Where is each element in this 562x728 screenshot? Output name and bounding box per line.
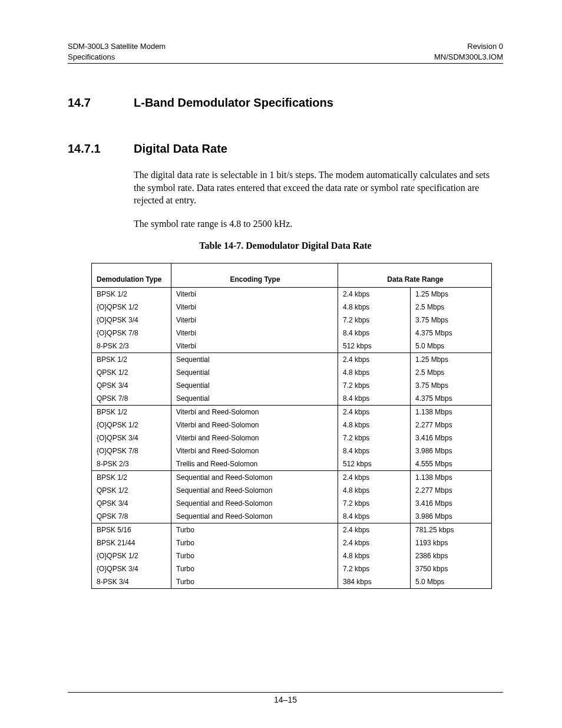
table-cell: Turbo	[171, 575, 338, 589]
table-cell: {O}QPSK 1/2	[92, 301, 171, 314]
table-cell: Turbo	[171, 523, 338, 537]
table-cell: 1.25 Mbps	[411, 353, 492, 367]
table-row: 8-PSK 2/3Trellis and Reed-Solomon512 kbp…	[92, 457, 492, 471]
table-cell: Sequential and Reed-Solomon	[171, 484, 338, 497]
table-cell: 8.4 kbps	[338, 392, 411, 406]
table-cell: Viterbi and Reed-Solomon	[171, 406, 338, 419]
table-row: {O}QPSK 3/4Viterbi and Reed-Solomon7.2 k…	[92, 431, 492, 444]
table-cell: 5.0 Mbps	[411, 340, 492, 353]
table-cell: 8-PSK 2/3	[92, 340, 171, 353]
header-product: SDM-300L3 Satellite Modem	[68, 41, 166, 52]
table-cell: 2.5 Mbps	[411, 366, 492, 379]
table-cell: Turbo	[171, 536, 338, 549]
table-row: {O}QPSK 7/8Viterbi8.4 kbps4.375 Mbps	[92, 327, 492, 340]
data-rate-table: Demodulation Type Encoding Type Data Rat…	[91, 263, 492, 589]
table-row: BPSK 1/2Viterbi and Reed-Solomon2.4 kbps…	[92, 406, 492, 419]
table-cell: {O}QPSK 3/4	[92, 314, 171, 327]
table-cell: 4.8 kbps	[338, 419, 411, 431]
table-cell: Sequential	[171, 392, 338, 406]
table-cell: {O}QPSK 1/2	[92, 549, 171, 562]
section-heading: 14.7L-Band Demodulator Specifications	[68, 96, 503, 110]
table-cell: 7.2 kbps	[338, 431, 411, 444]
table-cell: Sequential	[171, 353, 338, 367]
header-manual: MN/SDM300L3.IOM	[434, 52, 503, 62]
table-cell: QPSK 3/4	[92, 497, 171, 510]
col-encoding-type: Encoding Type	[171, 263, 338, 288]
table-cell: Sequential	[171, 366, 338, 379]
table-cell: QPSK 7/8	[92, 510, 171, 523]
table-cell: 3.416 Mbps	[411, 431, 492, 444]
table-cell: 3.75 Mbps	[411, 314, 492, 327]
table-row: {O}QPSK 7/8Viterbi and Reed-Solomon8.4 k…	[92, 444, 492, 457]
table-cell: 8-PSK 2/3	[92, 457, 171, 471]
table-row: QPSK 3/4Sequential and Reed-Solomon7.2 k…	[92, 497, 492, 510]
table-cell: 3.416 Mbps	[411, 497, 492, 510]
table-cell: 3.986 Mbps	[411, 444, 492, 457]
table-cell: 1193 kbps	[411, 536, 492, 549]
table-cell: 3.75 Mbps	[411, 379, 492, 392]
table-cell: BPSK 21/44	[92, 536, 171, 549]
table-cell: QPSK 7/8	[92, 392, 171, 406]
table-row: {O}QPSK 3/4Viterbi7.2 kbps3.75 Mbps	[92, 314, 492, 327]
page-header: SDM-300L3 Satellite Modem Specifications…	[68, 41, 503, 64]
table-row: {O}QPSK 1/2Turbo4.8 kbps2386 kbps	[92, 549, 492, 562]
table-cell: Sequential and Reed-Solomon	[171, 471, 338, 485]
body-paragraph: The digital data rate is selectable in 1…	[134, 169, 503, 207]
table-row: BPSK 5/16Turbo2.4 kbps781.25 kbps	[92, 523, 492, 537]
table-cell: Trellis and Reed-Solomon	[171, 457, 338, 471]
section-title: L-Band Demodulator Specifications	[134, 96, 333, 109]
table-cell: 8.4 kbps	[338, 444, 411, 457]
subsection-title: Digital Data Rate	[134, 142, 227, 155]
table-cell: 2.4 kbps	[338, 406, 411, 419]
table-cell: 3750 kbps	[411, 562, 492, 575]
table-cell: 2.4 kbps	[338, 471, 411, 485]
table-cell: 7.2 kbps	[338, 314, 411, 327]
table-row: QPSK 7/8Sequential and Reed-Solomon8.4 k…	[92, 510, 492, 523]
table-cell: 4.8 kbps	[338, 301, 411, 314]
table-row: BPSK 1/2Viterbi2.4 kbps1.25 Mbps	[92, 288, 492, 301]
table-row: QPSK 1/2Sequential4.8 kbps2.5 Mbps	[92, 366, 492, 379]
table-cell: 7.2 kbps	[338, 497, 411, 510]
table-cell: 4.375 Mbps	[411, 392, 492, 406]
table-row: 8-PSK 2/3Viterbi512 kbps5.0 Mbps	[92, 340, 492, 353]
table-cell: BPSK 1/2	[92, 353, 171, 367]
table-cell: {O}QPSK 3/4	[92, 431, 171, 444]
table-cell: BPSK 1/2	[92, 406, 171, 419]
table-row: QPSK 3/4Sequential7.2 kbps3.75 Mbps	[92, 379, 492, 392]
table-cell: 1.138 Mbps	[411, 471, 492, 485]
table-cell: 8.4 kbps	[338, 327, 411, 340]
table-row: BPSK 1/2Sequential and Reed-Solomon2.4 k…	[92, 471, 492, 485]
section-number: 14.7	[68, 96, 134, 110]
table-cell: 781.25 kbps	[411, 523, 492, 537]
table-cell: 2.277 Mbps	[411, 419, 492, 431]
table-cell: 7.2 kbps	[338, 379, 411, 392]
table-cell: 512 kbps	[338, 457, 411, 471]
table-row: {O}QPSK 1/2Viterbi and Reed-Solomon4.8 k…	[92, 419, 492, 431]
header-revision: Revision 0	[434, 41, 503, 52]
table-row: QPSK 1/2Sequential and Reed-Solomon4.8 k…	[92, 484, 492, 497]
table-cell: Viterbi	[171, 340, 338, 353]
table-cell: 8.4 kbps	[338, 510, 411, 523]
table-cell: 2.4 kbps	[338, 536, 411, 549]
table-cell: Viterbi	[171, 301, 338, 314]
col-data-rate-range: Data Rate Range	[338, 263, 492, 288]
table-cell: {O}QPSK 3/4	[92, 562, 171, 575]
table-cell: 384 kbps	[338, 575, 411, 589]
table-cell: BPSK 1/2	[92, 471, 171, 485]
table-row: BPSK 1/2Sequential2.4 kbps1.25 Mbps	[92, 353, 492, 367]
table-cell: {O}QPSK 7/8	[92, 444, 171, 457]
table-row: {O}QPSK 1/2Viterbi4.8 kbps2.5 Mbps	[92, 301, 492, 314]
table-row: {O}QPSK 3/4Turbo7.2 kbps3750 kbps	[92, 562, 492, 575]
table-cell: 3.986 Mbps	[411, 510, 492, 523]
table-cell: 2.5 Mbps	[411, 301, 492, 314]
table-cell: QPSK 3/4	[92, 379, 171, 392]
page-number: 14–15	[274, 695, 297, 704]
subsection-heading: 14.7.1Digital Data Rate	[68, 142, 503, 156]
table-row: 8-PSK 3/4Turbo384 kbps5.0 Mbps	[92, 575, 492, 589]
table-cell: Viterbi and Reed-Solomon	[171, 419, 338, 431]
subsection-number: 14.7.1	[68, 142, 134, 156]
table-cell: 7.2 kbps	[338, 562, 411, 575]
table-cell: 1.25 Mbps	[411, 288, 492, 301]
table-cell: Viterbi	[171, 314, 338, 327]
table-cell: Sequential	[171, 379, 338, 392]
